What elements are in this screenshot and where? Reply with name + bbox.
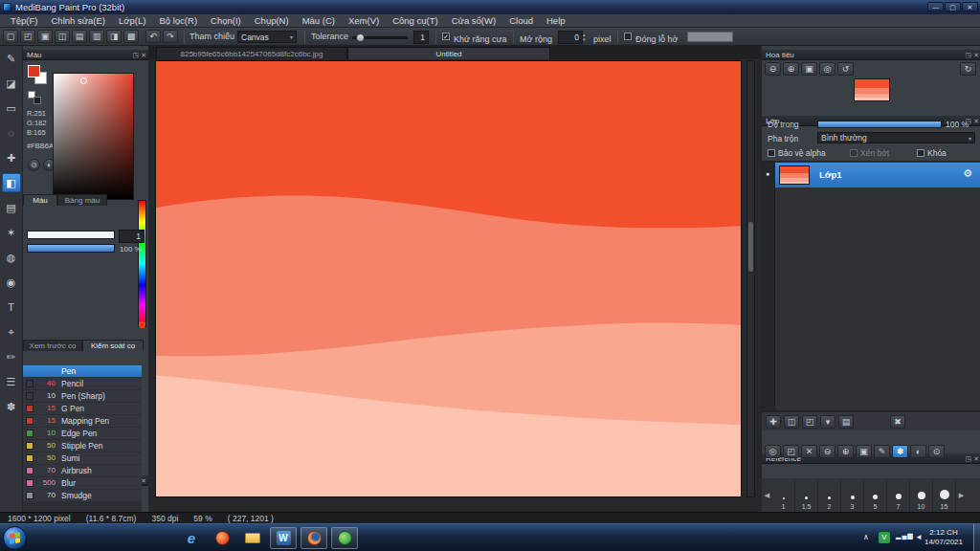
hue-cursor-icon[interactable] xyxy=(139,321,145,328)
tolerance-value[interactable]: 1 xyxy=(413,31,429,44)
menu-item[interactable]: Chụp(N) xyxy=(248,14,296,28)
tool-pen-button[interactable]: ✎ xyxy=(2,49,21,68)
tray-network-icon[interactable]: ▂▄▆ xyxy=(896,532,914,540)
tool-move-button[interactable]: ✚ xyxy=(2,148,21,167)
delete-layer-button[interactable]: ✖ xyxy=(890,415,905,429)
document-tab-active[interactable]: Untitled xyxy=(347,47,550,59)
rotate-left-button[interactable]: ↺ xyxy=(837,62,854,76)
settings-button[interactable]: ▩ xyxy=(123,30,139,43)
combine-layers-button[interactable]: ▤ xyxy=(838,415,854,429)
start-button[interactable] xyxy=(3,526,27,550)
add-layer-button[interactable]: ✚ xyxy=(766,415,781,429)
tool-eraser-button[interactable]: ◪ xyxy=(2,74,21,93)
navigator-thumbnail[interactable] xyxy=(854,78,890,101)
menu-item[interactable]: Màu (C) xyxy=(296,14,342,28)
brush-size-value[interactable]: 1 xyxy=(119,230,145,243)
tool-pencil-button[interactable]: ✏ xyxy=(2,347,21,366)
reference-fit-button[interactable]: ▣ xyxy=(856,445,872,458)
tool-magic-wand-button[interactable]: ✶ xyxy=(2,223,21,242)
brush-size-slider[interactable] xyxy=(27,231,115,239)
color-panel-header[interactable]: Màu ◳ ✕ xyxy=(23,50,148,60)
brush-list-item[interactable]: 70 Airbrush xyxy=(23,465,142,477)
slider-knob[interactable] xyxy=(356,33,365,42)
layer-visible-icon[interactable]: ● xyxy=(766,170,769,177)
brush-size-option[interactable]: 1.5 xyxy=(795,479,818,512)
spinner-buttons[interactable]: ▴ ▾ xyxy=(583,33,586,42)
brush-list-item[interactable]: 15 G Pen xyxy=(23,403,142,415)
float-panel-icon[interactable]: ◳ xyxy=(966,455,972,462)
tool-hand-button[interactable]: ✽ xyxy=(2,397,21,416)
tool-gradient-button[interactable]: ▤ xyxy=(2,198,21,217)
zoom-out-button[interactable]: ⊖ xyxy=(765,62,781,76)
tray-show-hidden-icon[interactable]: ∧ xyxy=(863,533,869,541)
close-panel-icon[interactable]: ✕ xyxy=(973,52,979,58)
brush-list-item[interactable]: 10 Pen (Sharp) xyxy=(23,390,142,403)
reference-pencil-button[interactable]: ✎ xyxy=(874,445,890,458)
ruler-button[interactable]: ▥ xyxy=(89,30,104,43)
reference-zoom-out-button[interactable]: ⊖ xyxy=(819,445,835,458)
tab-color[interactable]: Màu xyxy=(23,194,57,206)
reference-dropdown[interactable]: Canvas ▾ xyxy=(237,31,297,43)
taskbar-media-player-icon[interactable] xyxy=(209,526,235,550)
gap-close-checkbox[interactable] xyxy=(624,33,632,40)
canvas[interactable] xyxy=(155,60,742,497)
layer-opacity-slider[interactable] xyxy=(817,121,942,128)
taskbar-word-button[interactable]: W xyxy=(270,527,297,549)
menu-item[interactable]: Lớp(L) xyxy=(112,14,152,28)
taskbar-firefox-button[interactable] xyxy=(301,527,327,549)
material-button[interactable]: ◨ xyxy=(106,30,122,43)
tool-eyedropper-button[interactable]: ◉ xyxy=(2,273,21,292)
menu-item[interactable]: Xem(V) xyxy=(342,14,386,28)
brush-size-option[interactable]: 10 xyxy=(910,479,933,512)
foreground-color-swatch[interactable] xyxy=(28,65,40,77)
brush-size-option[interactable]: 2 xyxy=(818,479,841,512)
antialias-checkbox[interactable]: ✓ xyxy=(442,33,450,40)
zoom-in-button[interactable]: ⊕ xyxy=(783,62,799,76)
taskbar-clock[interactable]: 2:12 CH 14/07/2021 xyxy=(917,528,970,547)
brush-list-item-selected[interactable]: Pen xyxy=(23,365,142,378)
layer-row-selected[interactable]: Lớp1 ⚙ xyxy=(775,163,980,187)
close-panel-icon[interactable]: ✕ xyxy=(973,455,979,462)
menu-item[interactable]: Tệp(F) xyxy=(4,14,45,28)
menu-item[interactable]: Cloud xyxy=(502,14,540,28)
protect-alpha-checkbox[interactable] xyxy=(768,149,775,157)
reference-hand-button[interactable]: ✽ xyxy=(892,445,908,458)
saturation-value-picker[interactable] xyxy=(53,73,134,200)
reference-clear-button[interactable]: ✕ xyxy=(801,445,817,458)
close-button[interactable]: ✕ xyxy=(962,2,978,11)
brush-size-option[interactable]: 15 xyxy=(933,479,956,512)
tray-unikey-icon[interactable]: V xyxy=(879,532,890,543)
tolerance-slider[interactable] xyxy=(352,36,408,39)
scroll-right-icon[interactable]: ▶ xyxy=(956,479,967,512)
menu-item[interactable]: Chọn(I) xyxy=(204,14,248,28)
brush-list-item[interactable]: 40 Pencil xyxy=(23,378,142,390)
minimize-button[interactable]: — xyxy=(927,2,944,11)
maximize-button[interactable]: ▢ xyxy=(945,2,961,11)
merge-down-button[interactable]: ▾ xyxy=(820,415,835,429)
tool-snap-button[interactable]: ⌖ xyxy=(2,322,21,342)
tool-shape-button[interactable]: ◍ xyxy=(2,248,21,267)
lock-checkbox[interactable] xyxy=(917,149,924,157)
layer-settings-gear-icon[interactable]: ⚙ xyxy=(963,167,972,180)
blend-mode-dropdown[interactable]: Bình thường ▾ xyxy=(817,132,975,143)
save-file-button[interactable]: ▣ xyxy=(37,30,53,43)
add-folder-button[interactable]: ◰ xyxy=(802,415,817,429)
title-bar[interactable]: MediBang Paint Pro (32bit) — ▢ ✕ xyxy=(0,0,980,14)
close-panel-icon[interactable]: ✕ xyxy=(141,477,146,484)
color-cursor-icon[interactable] xyxy=(80,77,87,84)
rotate-right-button[interactable]: ↻ xyxy=(960,62,976,76)
close-panel-icon[interactable]: ✕ xyxy=(973,118,979,124)
export-button[interactable]: ◫ xyxy=(55,30,70,43)
scroll-left-icon[interactable]: ◀ xyxy=(762,479,772,512)
tool-text-button[interactable]: T xyxy=(2,298,21,317)
expand-value-input[interactable]: 0 xyxy=(558,31,583,44)
fit-window-button[interactable]: ▣ xyxy=(801,62,817,76)
reference-pick-button[interactable]: ⊙ xyxy=(928,445,945,458)
close-panel-icon[interactable]: ✕ xyxy=(141,52,146,58)
eyedropper-button[interactable]: ⊙ xyxy=(28,159,40,171)
show-desktop-button[interactable] xyxy=(973,524,980,551)
open-file-button[interactable]: ◰ xyxy=(20,30,35,43)
tool-panel-button[interactable]: ☰ xyxy=(2,372,21,391)
reference-tone-button[interactable]: ◐ xyxy=(910,445,926,458)
tool-bucket-button[interactable]: ◧ xyxy=(2,173,21,192)
